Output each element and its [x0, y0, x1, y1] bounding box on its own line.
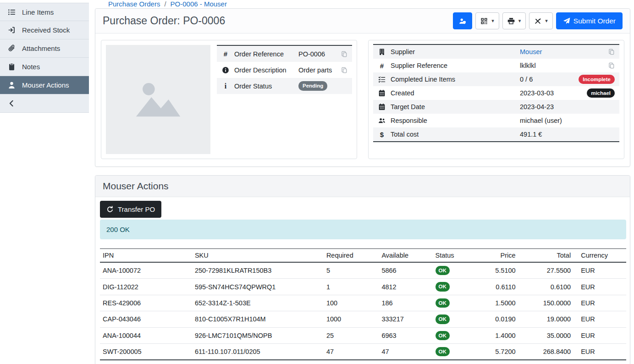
- sidebar-items: Line ItemsReceived StockAttachmentsNotes…: [0, 3, 89, 94]
- submit-order-button[interactable]: Submit Order: [556, 12, 623, 29]
- ok-badge: OK: [436, 347, 450, 356]
- cell-sku: 926-LMC7101QM5/NOPB: [192, 327, 324, 343]
- assign-user-button[interactable]: [453, 12, 472, 29]
- tools-icon: [534, 17, 541, 25]
- detail-row-order-description: Order DescriptionOrder parts: [217, 62, 352, 78]
- cell-price: 0.6110: [474, 279, 518, 295]
- user-shield-icon: [459, 17, 466, 25]
- sign-in-icon: [7, 26, 16, 34]
- detail-value: 491.1 €: [520, 131, 615, 138]
- column-header-price: Price: [474, 249, 518, 263]
- detail-row-target-date: Target Date2023-04-23: [373, 100, 619, 114]
- detail-row-order-status: iOrder StatusPending: [217, 78, 352, 94]
- breadcrumb-link-purchase-orders[interactable]: Purchase Orders: [108, 0, 160, 8]
- cell-currency: EUR: [573, 327, 626, 343]
- transfer-po-label: Transfer PO: [118, 205, 155, 213]
- breadcrumb-separator: /: [164, 0, 166, 8]
- cell-currency: EUR: [573, 311, 626, 327]
- detail-row-total-cost: $Total cost491.1 €: [373, 127, 619, 141]
- sidebar-item-label: Received Stock: [22, 26, 70, 34]
- print-menu-button[interactable]: ▾: [502, 12, 526, 29]
- ok-badge: OK: [436, 314, 450, 324]
- detail-label: Responsible: [391, 117, 515, 124]
- submit-order-label: Submit Order: [573, 17, 616, 25]
- sidebar-item-notes[interactable]: Notes: [0, 58, 89, 76]
- breadcrumb-link-current-order[interactable]: PO-0006 - Mouser: [171, 0, 227, 8]
- image-icon: [131, 72, 185, 127]
- detail-value: Mouser: [520, 48, 604, 55]
- footer-total-label: Total: [100, 360, 192, 364]
- cell-total: 27.5500: [518, 262, 574, 279]
- hash-icon: #: [221, 50, 230, 57]
- table-footer-row: Total 501.0000: [100, 360, 626, 364]
- calendar-icon: [378, 89, 386, 97]
- column-header-status: Status: [433, 249, 474, 263]
- status-badge: michael: [587, 88, 615, 98]
- app: Line ItemsReceived StockAttachmentsNotes…: [0, 0, 634, 364]
- hash-icon: #: [378, 62, 386, 69]
- users-icon: [378, 117, 386, 124]
- mouser-actions-panel-header: Mouser Actions: [95, 176, 630, 197]
- supplier-details-table: SupplierMouser#Supplier Referencelklklkl…: [373, 44, 619, 142]
- info-circle-icon: [221, 66, 230, 74]
- status-badge: Incomplete: [579, 75, 615, 84]
- cell-price: 5.5100: [474, 262, 518, 279]
- cell-available: 333217: [379, 311, 432, 327]
- table-row: ANA-100072250-72981KLRATR150B355866OK5.5…: [100, 262, 626, 279]
- cell-ipn: CAP-043046: [100, 311, 192, 327]
- detail-value: lklklkl: [520, 62, 604, 69]
- detail-label: Total cost: [391, 131, 515, 138]
- order-image-placeholder[interactable]: [106, 45, 210, 154]
- detail-row-supplier-reference: #Supplier Referencelklklkl: [373, 59, 619, 72]
- detail-value: Pending: [298, 81, 347, 90]
- detail-label: Created: [391, 89, 515, 97]
- cell-available: 5866: [379, 262, 432, 279]
- order-actions-menu-button[interactable]: ▾: [529, 12, 553, 29]
- detail-value: 2023-03-03: [520, 89, 582, 97]
- footer-total-value: 501.0000: [518, 360, 574, 364]
- detail-value: PO-0006: [298, 50, 336, 58]
- main-content: Purchase Orders / PO-0006 - Mouser Purch…: [89, 0, 634, 364]
- cell-price: 0.0190: [474, 311, 518, 327]
- detail-label: Target Date: [391, 103, 515, 110]
- table-row: CAP-043046810-C1005X7R1H104M1000333217OK…: [100, 311, 626, 327]
- barcode-menu-button[interactable]: ▾: [475, 12, 499, 29]
- cell-status: OK: [433, 262, 474, 279]
- section-title: Mouser Actions: [103, 181, 169, 192]
- column-header-currency: Currency: [573, 249, 626, 263]
- column-header-available: Available: [379, 249, 432, 263]
- cell-sku: 611-110.107.011/0205: [192, 343, 324, 360]
- cell-price: 1.5000: [474, 295, 518, 311]
- printer-icon: [507, 17, 515, 25]
- cell-required: 5: [324, 262, 379, 279]
- sidebar-item-line-items[interactable]: Line Items: [0, 3, 89, 21]
- cell-currency: EUR: [573, 262, 626, 279]
- mouser-table-body: ANA-100072250-72981KLRATR150B355866OK5.5…: [100, 262, 626, 360]
- transfer-po-button[interactable]: Transfer PO: [100, 201, 161, 218]
- sidebar-item-mouser-actions[interactable]: Mouser Actions: [0, 76, 89, 94]
- detail-value-link[interactable]: Mouser: [520, 48, 542, 55]
- copy-icon[interactable]: [341, 67, 347, 73]
- detail-value: 0 / 6: [520, 76, 574, 83]
- copy-icon[interactable]: [341, 51, 347, 57]
- cell-status: OK: [433, 327, 474, 343]
- sidebar-item-attachments[interactable]: Attachments: [0, 39, 89, 58]
- cell-total: 19.0000: [518, 311, 574, 327]
- cell-available: 4812: [379, 279, 432, 295]
- cell-required: 100: [324, 295, 379, 311]
- caret-down-icon: ▾: [491, 18, 494, 24]
- cell-ipn: SWT-200005: [100, 343, 192, 360]
- list-check-icon: [378, 76, 386, 83]
- detail-label: Order Description: [234, 66, 294, 74]
- user-icon: [7, 81, 16, 89]
- ok-badge: OK: [436, 266, 450, 275]
- column-header-required: Required: [324, 249, 379, 263]
- cell-required: 47: [324, 343, 379, 360]
- mouser-actions-panel: Mouser Actions Transfer PO 200 OK IPNSKU…: [95, 175, 630, 364]
- caret-down-icon: ▾: [518, 18, 521, 24]
- copy-icon[interactable]: [608, 62, 615, 69]
- sidebar-item-received-stock[interactable]: Received Stock: [0, 21, 89, 39]
- copy-icon[interactable]: [608, 49, 615, 55]
- cell-price: 5.7200: [474, 343, 518, 360]
- sidebar-collapse-button[interactable]: [0, 94, 89, 113]
